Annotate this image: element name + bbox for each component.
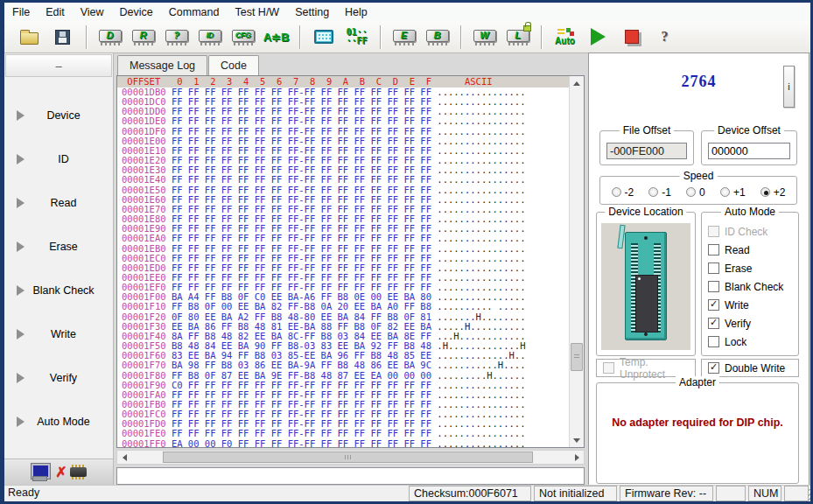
checkbox-write[interactable] (708, 299, 719, 311)
menu-file[interactable]: File (4, 4, 38, 20)
lock-device-button[interactable]: L (503, 24, 532, 50)
lock-device-icon: L (506, 28, 530, 46)
sidebar-item-blank-check[interactable]: Blank Check (4, 269, 113, 312)
radio-2[interactable] (760, 187, 770, 197)
sidebar-item-device[interactable]: Device (4, 94, 113, 137)
radio-1[interactable] (648, 187, 658, 197)
checkbox-erase[interactable] (708, 262, 719, 274)
arrow-right-icon (17, 110, 25, 121)
checkbox-verify[interactable] (708, 318, 719, 329)
menu-setting[interactable]: Setting (287, 4, 337, 20)
auto-mode-row-read[interactable]: Read (702, 241, 798, 259)
hex-row: 00001FF0 EA 00 00 F0 FF FF FF FF-FF FF F… (122, 439, 584, 448)
radio-2[interactable] (612, 187, 621, 197)
blank-check-device-button[interactable]: B (423, 24, 452, 50)
double-write-label: Double Write (725, 362, 785, 374)
toolbar-separator (86, 25, 87, 49)
speed-option-1[interactable]: -1 (648, 186, 671, 199)
id-check-device-button[interactable]: ID (195, 24, 224, 50)
save-file-button[interactable] (48, 24, 77, 50)
play-icon (591, 28, 606, 46)
device-offset-input[interactable] (708, 143, 790, 159)
stop-button[interactable] (617, 24, 646, 50)
auto-mode-row-erase[interactable]: Erase (702, 259, 798, 277)
temp-unprotect-checkbox (603, 362, 614, 374)
config-device-button[interactable]: CFG (228, 24, 257, 50)
file-offset-input[interactable] (606, 143, 687, 159)
menu-view[interactable]: View (73, 4, 112, 20)
sidebar-item-id[interactable]: ID (4, 137, 113, 181)
checkbox-lock[interactable] (708, 336, 719, 347)
speed-option-0[interactable]: 0 (686, 186, 705, 199)
device-info-button[interactable]: i (783, 66, 795, 108)
help-icon: ? (662, 29, 669, 45)
horizontal-scroll-thumb[interactable] (163, 452, 533, 463)
auto-mode-button[interactable]: Auto (550, 24, 579, 50)
menu-command[interactable]: Command (161, 4, 228, 20)
radio-0[interactable] (686, 187, 696, 197)
verify-device-button[interactable]: ? (162, 24, 191, 50)
horizontal-scrollbar[interactable] (116, 450, 585, 465)
status-bar: Ready Checksum:000F6071Not initializedFi… (4, 485, 810, 501)
vertical-scrollbar[interactable] (569, 76, 584, 447)
scroll-left-arrow[interactable] (117, 451, 131, 464)
blank-check-device-icon: B (425, 28, 450, 46)
write-device-button[interactable]: W (470, 24, 499, 50)
calculator-button[interactable] (309, 24, 338, 50)
speed-option-1[interactable]: +1 (720, 186, 746, 199)
erase-device-button[interactable]: E (389, 24, 418, 50)
arrow-right-icon (17, 416, 25, 427)
open-file-button[interactable] (15, 24, 44, 50)
file-offset-group: File Offset (599, 130, 694, 165)
status-firmware-rev: Firmware Rev: --- (620, 486, 713, 501)
auto-mode-row-verify[interactable]: Verify (702, 314, 798, 332)
status-corner (784, 486, 809, 501)
sidebar-item-auto-mode[interactable]: Auto Mode (4, 400, 113, 444)
checkbox-blank-check[interactable] (708, 281, 719, 292)
scroll-down-arrow[interactable] (570, 433, 584, 447)
fill-buffer-button[interactable]: 01····FF (342, 24, 371, 50)
vertical-scroll-thumb[interactable] (571, 343, 583, 371)
auto-mode-row-lock[interactable]: Lock (702, 332, 798, 351)
speed-option-label: 0 (699, 186, 705, 199)
adapter-group: Adapter No adapter required for DIP chip… (596, 382, 799, 484)
compare-buffer-button[interactable]: A≑B (262, 24, 291, 50)
auto-mode-row-blank-check[interactable]: Blank Check (702, 277, 798, 296)
buffer-area: Message LogCode OFFSET 0 1 2 3 4 5 6 7 8… (116, 55, 585, 484)
sidebar-item-erase[interactable]: Erase (4, 225, 113, 269)
tab-code[interactable]: Code (208, 55, 259, 75)
auto-mode-row-write[interactable]: Write (702, 296, 798, 314)
speed-option-2[interactable]: +2 (760, 186, 786, 199)
menu-help[interactable]: Help (337, 4, 375, 20)
menu-edit[interactable]: Edit (38, 4, 73, 20)
menu-test-h-w[interactable]: Test H/W (227, 4, 287, 20)
scroll-up-arrow[interactable] (570, 76, 584, 90)
pc-icon (31, 464, 53, 480)
speed-option-2[interactable]: -2 (612, 186, 634, 199)
inserted-chip (635, 275, 658, 332)
checkbox-read[interactable] (708, 244, 719, 256)
sidebar-item-verify[interactable]: Verify (4, 356, 113, 400)
double-write-box: Double Write (701, 359, 799, 377)
progress-bar (116, 467, 585, 485)
read-device-button[interactable]: R (129, 24, 158, 50)
zif-socket-image (601, 223, 690, 350)
chip-icon (70, 467, 87, 477)
run-button[interactable] (584, 24, 613, 50)
sidebar-collapse-button[interactable]: – (5, 54, 112, 77)
menu-device[interactable]: Device (112, 4, 161, 20)
file-offset-label: File Offset (620, 124, 674, 136)
stop-icon (625, 30, 639, 44)
sidebar-item-write[interactable]: Write (4, 312, 113, 356)
toolbar-separator (460, 25, 461, 49)
select-device-button[interactable]: D (95, 24, 124, 50)
device-location-label: Device Location (605, 206, 686, 218)
radio-1[interactable] (720, 187, 730, 197)
double-write-checkbox[interactable] (708, 362, 719, 374)
speed-option-label: +1 (733, 186, 746, 199)
help-button[interactable]: ? (650, 24, 679, 50)
arrow-right-icon (17, 285, 25, 296)
tab-message-log[interactable]: Message Log (117, 55, 207, 75)
scroll-right-arrow[interactable] (570, 451, 584, 464)
sidebar-item-read[interactable]: Read (4, 181, 113, 225)
